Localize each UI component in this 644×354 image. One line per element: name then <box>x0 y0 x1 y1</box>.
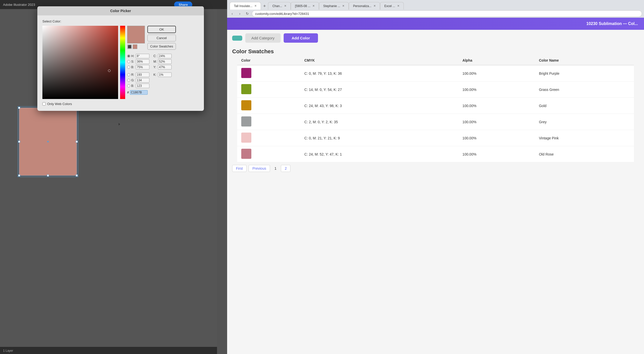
h-radio[interactable] <box>127 55 130 58</box>
tab-chan-close[interactable]: ✕ <box>284 4 286 8</box>
previous-page-button[interactable]: Previous <box>249 165 270 172</box>
handle-bottom-center[interactable] <box>47 174 49 176</box>
tab-personaliza-close[interactable]: ✕ <box>373 4 376 8</box>
cell-alpha: 100.00% <box>459 98 535 114</box>
k-input[interactable] <box>158 72 172 77</box>
b2-input[interactable] <box>136 84 149 88</box>
color-swatch <box>241 149 251 159</box>
table-row: C: 24, M: 52, Y: 47, K: 1 100.00% Old Ro… <box>237 146 634 162</box>
m-input[interactable] <box>158 59 172 64</box>
cell-color <box>237 65 300 82</box>
gradient-dark <box>42 26 118 99</box>
color-swatches-button[interactable]: Color Swatches <box>147 43 176 50</box>
r-radio[interactable] <box>127 73 130 76</box>
forward-button[interactable]: › <box>237 11 243 17</box>
status-bar: 1 Layer <box>0 347 217 354</box>
cell-color <box>237 130 300 146</box>
ok-button[interactable]: OK <box>147 26 176 33</box>
browser-tab-chan[interactable]: Chan... ✕ <box>268 2 291 10</box>
b-input[interactable] <box>136 65 149 69</box>
handle-bottom-left[interactable] <box>18 174 20 176</box>
handle-middle-right[interactable] <box>76 141 78 143</box>
tab-excel-label: Excel ... <box>384 4 395 8</box>
color-swatch <box>241 84 251 94</box>
first-page-button[interactable]: First <box>232 165 247 172</box>
cell-name: Grey <box>535 114 634 130</box>
dialog-title: Color Picker <box>110 9 131 13</box>
address-text: customily.com/editLibrary?id=728431 <box>255 12 309 16</box>
b2-label: B: <box>131 84 135 88</box>
tab-excel-close[interactable]: ✕ <box>397 4 399 8</box>
handle-center <box>47 141 49 142</box>
tab-stephanie-label: Stephanie ... <box>323 4 340 8</box>
add-category-button[interactable]: Add Category <box>245 33 281 43</box>
cell-name: Grass Green <box>535 82 634 98</box>
active-browser-tab[interactable]: Tall Insulate... ✕ <box>230 2 261 10</box>
table-row: C: 2, M: 0, Y: 2, K: 35 100.00% Grey <box>237 114 634 130</box>
b-row: B: <box>127 65 149 69</box>
r-label: R: <box>131 73 135 77</box>
current-page: 1 <box>272 165 279 172</box>
browser-panel: Tall Insulate... ✕ + Chan... ✕ [5905-08 … <box>227 0 644 354</box>
handle-bottom-right[interactable] <box>76 174 78 176</box>
browser-tab-excel[interactable]: Excel ... ✕ <box>380 2 404 10</box>
tab-stephanie-close[interactable]: ✕ <box>342 4 344 8</box>
s-radio[interactable] <box>127 60 130 63</box>
hex-input[interactable] <box>130 90 148 95</box>
g-input[interactable] <box>136 78 149 83</box>
h-input[interactable] <box>136 54 149 58</box>
teal-button[interactable] <box>232 36 242 41</box>
s-label: S: <box>131 60 135 63</box>
cmyk-group: C: M: Y: K: <box>153 54 172 77</box>
c-input[interactable] <box>158 54 172 58</box>
b-label: B: <box>131 65 135 69</box>
new-tab-button[interactable]: + <box>261 3 268 10</box>
color-table: Color CMYK Alpha Color Name C: 0, M: 79,… <box>237 56 634 162</box>
gradient-picker[interactable] <box>42 26 118 99</box>
cell-cmyk: C: 14, M: 0, Y: 54, K: 27 <box>300 82 459 98</box>
c-label: C: <box>153 54 157 58</box>
cell-cmyk: C: 0, M: 21, Y: 21, K: 9 <box>300 130 459 146</box>
m-label: M: <box>153 60 157 63</box>
cell-cmyk: C: 24, M: 52, Y: 47, K: 1 <box>300 146 459 162</box>
refresh-button[interactable]: ↻ <box>244 11 250 17</box>
color-inputs: H: S: B: <box>127 54 199 95</box>
handle-top-left[interactable] <box>18 107 20 109</box>
active-tab-close[interactable]: ✕ <box>254 4 257 8</box>
browser-tab-stephanie[interactable]: Stephanie ... ✕ <box>319 2 349 10</box>
add-color-button[interactable]: Add Color <box>284 33 318 43</box>
back-button[interactable]: ‹ <box>229 11 235 17</box>
tab-5905-close[interactable]: ✕ <box>312 4 315 8</box>
y-input[interactable] <box>158 65 172 69</box>
cell-alpha: 100.00% <box>459 146 535 162</box>
canvas-rect-object[interactable] <box>19 108 77 176</box>
table-header: Color CMYK Alpha Color Name <box>237 56 634 65</box>
s-input[interactable] <box>136 59 149 64</box>
s-row: S: <box>127 59 149 64</box>
handle-middle-left[interactable] <box>18 141 20 143</box>
h-label: H: <box>131 54 135 58</box>
next-page-button[interactable]: 2 <box>281 165 290 172</box>
g-radio[interactable] <box>127 79 130 82</box>
b-radio[interactable] <box>127 66 130 69</box>
r-input[interactable] <box>136 72 149 77</box>
header-row: Color CMYK Alpha Color Name <box>237 56 634 65</box>
color-table-container: Color CMYK Alpha Color Name C: 0, M: 79,… <box>227 56 644 162</box>
address-bar[interactable]: customily.com/editLibrary?id=728431 <box>252 10 642 17</box>
color-picker-main: ⬛ OK Cancel Color Swatches <box>42 26 199 99</box>
cell-color <box>237 146 300 162</box>
browser-tab-personaliza[interactable]: Personaliza... ✕ <box>349 2 380 10</box>
k-label: K: <box>153 73 157 77</box>
cell-color <box>237 98 300 114</box>
layer-count: 1 Layer <box>3 349 13 352</box>
browser-nav: ‹ › ↻ customily.com/editLibrary?id=72843… <box>227 10 644 18</box>
b2-radio[interactable] <box>127 84 130 87</box>
cell-name: Bright Purple <box>535 65 634 82</box>
spectrum-strip[interactable] <box>120 26 125 99</box>
only-web-colors-label: Only Web Colors <box>47 102 72 106</box>
only-web-colors-checkbox[interactable] <box>42 102 46 106</box>
customily-toolbar: Add Category Add Color <box>227 30 644 46</box>
cell-color <box>237 82 300 98</box>
browser-tab-5905[interactable]: [5905-08 ... ✕ <box>291 2 319 10</box>
cancel-button[interactable]: Cancel <box>147 35 176 41</box>
